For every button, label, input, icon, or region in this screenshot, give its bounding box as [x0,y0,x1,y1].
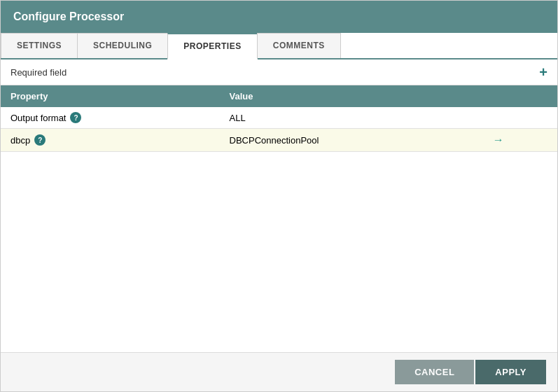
tab-content: Required field + Property Value Output f… [1,59,557,352]
property-cell: Output format ? [1,107,220,129]
column-value: Value [220,85,483,107]
property-name: Output format [11,113,66,123]
value-cell[interactable]: ALL [220,107,483,129]
property-cell: dbcp ? [1,129,220,152]
tab-scheduling[interactable]: SCHEDULING [77,33,168,58]
property-name: dbcp [11,135,30,146]
column-actions [483,85,557,107]
add-property-button[interactable]: + [539,65,547,79]
value-cell[interactable]: DBCPConnectionPool [220,129,483,152]
apply-button[interactable]: APPLY [475,360,546,384]
action-cell: → [483,129,557,152]
help-icon[interactable]: ? [70,112,81,123]
cancel-button[interactable]: CANCEL [395,360,474,384]
tab-properties[interactable]: PROPERTIES [167,33,257,59]
action-cell [483,107,557,129]
properties-table: Property Value Output format ? ALL [1,85,557,152]
dialog-footer: CANCEL APPLY [1,352,557,391]
required-field-label: Required field [11,67,67,78]
dialog-title: Configure Processor [13,10,124,22]
dialog-header: Configure Processor [1,1,557,33]
tab-comments[interactable]: COMMENTS [257,33,341,58]
required-field-row: Required field + [1,59,557,85]
tab-bar: SETTINGS SCHEDULING PROPERTIES COMMENTS [1,33,557,59]
column-property: Property [1,85,220,107]
table-header-row: Property Value [1,85,557,107]
help-icon[interactable]: ? [34,134,46,146]
configure-processor-dialog: Configure Processor SETTINGS SCHEDULING … [0,0,558,392]
table-row: dbcp ? DBCPConnectionPool → [1,129,557,152]
navigate-arrow-icon[interactable]: → [493,134,504,146]
table-row: Output format ? ALL [1,107,557,129]
tab-settings[interactable]: SETTINGS [1,33,78,58]
